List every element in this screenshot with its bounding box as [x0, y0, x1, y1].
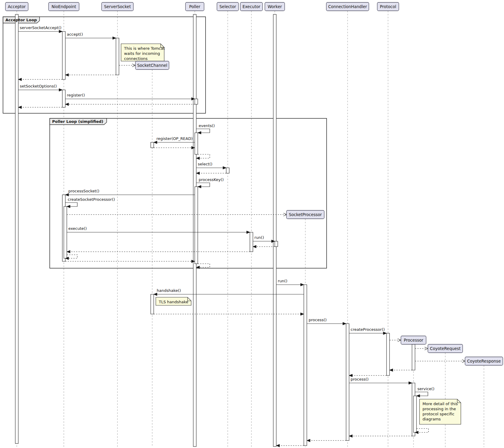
arrowhead — [383, 332, 387, 335]
arrowhead — [390, 369, 393, 372]
self-message-line-createSocketProcessor() — [65, 203, 77, 206]
participant-label: CoyoteResponse — [467, 359, 501, 363]
activation-bar — [64, 206, 67, 258]
activation-bar — [62, 90, 65, 107]
arrowhead — [154, 141, 157, 144]
participant-label: Processor — [404, 338, 423, 343]
message-label: register() — [67, 93, 85, 97]
participant-label: Worker — [268, 4, 282, 9]
arrowhead — [301, 313, 304, 316]
activation-bar — [412, 344, 415, 370]
arrowhead — [65, 194, 69, 196]
frame-label: Poller Loop (simplified) — [52, 119, 103, 124]
message-label: run() — [278, 279, 287, 283]
arrowhead — [301, 283, 304, 286]
arrowhead — [349, 435, 352, 438]
message-label: select() — [198, 162, 212, 166]
activation-bar — [275, 241, 278, 247]
message-label: service() — [417, 387, 434, 391]
message-label: handshake() — [157, 288, 181, 293]
participant-label: ConnectionHandler — [328, 4, 367, 9]
activation-bar — [15, 14, 18, 444]
message-label: createProcessor() — [351, 327, 385, 332]
activation-bar — [195, 187, 198, 264]
arrowhead — [59, 89, 62, 91]
arrowhead — [196, 172, 200, 175]
note-line: TLS handshake — [159, 300, 188, 304]
arrowhead — [223, 167, 226, 169]
sequence-diagram: Acceptor LoopPoller Loop (simplified)ser… — [0, 0, 504, 448]
arrowhead — [67, 205, 70, 208]
self-message-line-events() — [196, 129, 210, 133]
arrowhead — [67, 251, 70, 253]
arrowhead — [154, 293, 157, 296]
activation-bar — [195, 133, 198, 154]
activation-bar — [387, 333, 390, 375]
note-line: connections — [124, 56, 148, 61]
participant-label: Acceptor — [8, 4, 26, 9]
note-line: processing in the — [422, 407, 456, 411]
note-line: protocol specific — [422, 412, 454, 416]
note-line: More detail of this — [422, 402, 458, 406]
participant-label: NioEndpoint — [52, 4, 76, 9]
activation-bar — [346, 324, 349, 441]
arrowhead — [198, 132, 201, 134]
message-label: processKey() — [199, 177, 224, 182]
message-label: processSocket() — [68, 189, 99, 193]
message-label: register(OP_READ) — [156, 136, 193, 141]
note-line: diagrams — [422, 417, 441, 421]
activation-bar — [414, 396, 417, 432]
activation-bar — [116, 38, 119, 75]
arrowhead — [417, 395, 420, 397]
activation-bar — [304, 285, 307, 446]
arrowhead — [307, 439, 310, 442]
message-label: process() — [351, 377, 369, 381]
arrowhead — [18, 106, 22, 109]
activation-bar — [195, 99, 198, 104]
message-label: serverSocketAccept() — [20, 25, 61, 30]
participant-label: CoyoteRequest — [430, 346, 461, 351]
self-message-line-service() — [415, 392, 428, 396]
arrowhead — [409, 382, 412, 384]
note-line: This is where Tomcat — [124, 46, 165, 51]
message-label: setSocketOptions() — [20, 84, 57, 88]
activation-bar — [226, 168, 229, 173]
activation-bar — [62, 31, 65, 79]
arrowhead — [253, 245, 256, 248]
note-line: waits for incoming — [124, 51, 160, 56]
arrowhead — [59, 30, 62, 33]
arrowhead — [65, 103, 69, 106]
message-label: process() — [309, 318, 327, 322]
message-label: events() — [199, 123, 215, 128]
self-message-line-processKey() — [196, 183, 210, 187]
activation-bar — [151, 142, 154, 148]
arrowhead — [65, 74, 69, 76]
arrowhead — [113, 37, 116, 40]
message-label: accept() — [67, 32, 83, 37]
participant-label: Protocol — [380, 4, 396, 9]
arrowhead — [196, 157, 200, 160]
arrowhead — [198, 185, 201, 188]
activation-bar — [273, 14, 276, 447]
participant-label: SocketProcessor — [289, 212, 322, 217]
message-label: createSocketProcessor() — [68, 197, 115, 202]
arrowhead — [247, 231, 250, 234]
frame-poller-loop — [50, 118, 327, 268]
arrowhead — [343, 322, 346, 325]
participant-label: Selector — [219, 4, 236, 9]
activation-bar — [151, 294, 154, 314]
arrowhead — [276, 444, 280, 447]
activation-bar — [250, 232, 253, 252]
message-label: run() — [254, 235, 264, 240]
participant-label: Poller — [189, 4, 200, 9]
frame-label: Acceptor Loop — [5, 18, 37, 22]
arrowhead — [18, 78, 22, 81]
participant-label: ServerSocket — [104, 4, 131, 9]
participant-label: SocketChannel — [137, 63, 168, 68]
arrowhead — [349, 374, 352, 377]
message-label: execute() — [68, 226, 87, 231]
diagram-canvas: Acceptor LoopPoller Loop (simplified)ser… — [0, 0, 504, 448]
participant-label: Executor — [242, 4, 260, 9]
